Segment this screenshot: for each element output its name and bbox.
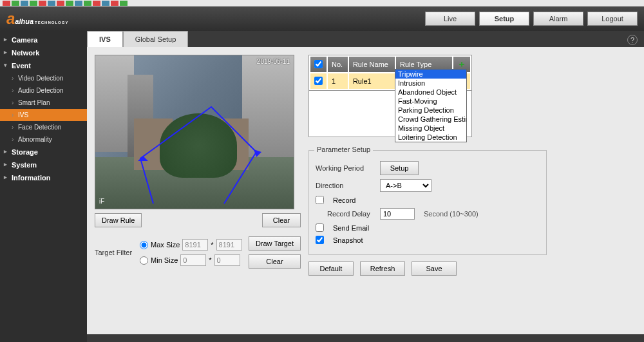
video-label: iF bbox=[99, 198, 104, 205]
send-email-checkbox[interactable] bbox=[316, 223, 324, 232]
brand-sub: TECHNOLOGY bbox=[35, 21, 68, 24]
brand-logo: aalhua TECHNOLOGY bbox=[6, 10, 68, 28]
max-height-input[interactable] bbox=[216, 239, 242, 251]
rule-type-option[interactable]: Crowd Gathering Estimation bbox=[395, 115, 466, 124]
rule-type-option[interactable]: Missing Object bbox=[395, 124, 466, 133]
send-email-label: Send Email bbox=[333, 224, 369, 232]
rule-type-dropdown[interactable]: Tripwire Intrusion Abandoned Object Fast… bbox=[395, 69, 467, 142]
min-width-input[interactable] bbox=[180, 254, 206, 266]
sidebar-item-face-detection[interactable]: Face Detection bbox=[0, 121, 87, 133]
snapshot-label: Snapshot bbox=[333, 236, 363, 244]
record-delay-input[interactable] bbox=[380, 208, 415, 220]
max-size-radio[interactable] bbox=[140, 241, 148, 249]
save-button[interactable]: Save bbox=[412, 261, 457, 276]
video-preview[interactable]: 2019-05-11 iF bbox=[95, 55, 294, 209]
video-timestamp: 2019-05-11 bbox=[257, 58, 290, 65]
rule-row-name[interactable]: Rule1 bbox=[349, 73, 395, 89]
min-size-label: Min Size bbox=[151, 256, 178, 264]
rule-type-option[interactable]: Intrusion bbox=[395, 79, 466, 88]
sidebar-item-camera[interactable]: Camera bbox=[0, 33, 87, 46]
sidebar-item-information[interactable]: Information bbox=[0, 171, 87, 184]
rule-type-option[interactable]: Abandoned Object bbox=[395, 88, 466, 97]
rule-row-check[interactable] bbox=[314, 77, 323, 85]
tab-global-setup[interactable]: Global Setup bbox=[123, 31, 189, 47]
refresh-button[interactable]: Refresh bbox=[360, 261, 405, 276]
param-legend: Parameter Setup bbox=[314, 146, 373, 153]
content-area: IVS Global Setup ? 2019-05-11 iF bbox=[87, 31, 644, 342]
parameter-setup-box: Parameter Setup Working Period Setup Dir… bbox=[308, 150, 547, 255]
record-delay-label: Record Delay bbox=[316, 210, 374, 218]
min-height-input[interactable] bbox=[214, 254, 240, 266]
working-period-label: Working Period bbox=[316, 164, 374, 172]
browser-tabstrip bbox=[0, 0, 644, 6]
target-filter-label: Target Filter bbox=[95, 249, 132, 256]
working-period-setup-button[interactable]: Setup bbox=[380, 161, 419, 175]
rule-hdr-no: No. bbox=[328, 57, 348, 72]
sidebar: Camera Network Event Video Detection Aud… bbox=[0, 31, 87, 342]
draw-target-button[interactable]: Draw Target bbox=[249, 236, 301, 251]
sidebar-item-storage[interactable]: Storage bbox=[0, 146, 87, 158]
sidebar-item-system[interactable]: System bbox=[0, 158, 87, 171]
direction-label: Direction bbox=[316, 182, 374, 189]
help-icon[interactable]: ? bbox=[627, 35, 638, 45]
rule-type-option[interactable]: Fast-Moving bbox=[395, 97, 466, 106]
record-label: Record bbox=[333, 196, 355, 204]
rule-type-option[interactable]: Tripwire bbox=[395, 70, 466, 79]
rule-check-all[interactable] bbox=[314, 60, 323, 68]
max-width-input[interactable] bbox=[182, 239, 208, 251]
setup-button[interactable]: Setup bbox=[479, 12, 529, 26]
default-button[interactable]: Default bbox=[308, 261, 354, 276]
rule-type-option[interactable]: Loitering Detection bbox=[395, 133, 466, 142]
sidebar-item-smart-plan[interactable]: Smart Plan bbox=[0, 97, 87, 109]
live-button[interactable]: Live bbox=[425, 12, 475, 26]
min-size-radio[interactable] bbox=[140, 256, 148, 265]
snapshot-checkbox[interactable] bbox=[316, 236, 324, 244]
clear-rule-button[interactable]: Clear bbox=[262, 213, 301, 227]
logout-button[interactable]: Logout bbox=[587, 12, 638, 26]
sidebar-item-event[interactable]: Event bbox=[0, 59, 87, 72]
app-header: aalhua TECHNOLOGY Live Setup Alarm Logou… bbox=[0, 6, 644, 31]
record-delay-hint: Second (10~300) bbox=[424, 210, 478, 218]
sidebar-item-audio-detection[interactable]: Audio Detection bbox=[0, 84, 87, 97]
clear-target-button[interactable]: Clear bbox=[249, 254, 301, 269]
record-checkbox[interactable] bbox=[316, 196, 324, 204]
direction-select[interactable]: A->B bbox=[380, 179, 431, 192]
sidebar-item-abnormality[interactable]: Abnormality bbox=[0, 133, 87, 146]
alarm-button[interactable]: Alarm bbox=[533, 12, 583, 26]
add-rule-icon[interactable]: ＋ bbox=[457, 59, 466, 69]
tab-ivs[interactable]: IVS bbox=[87, 31, 123, 47]
max-size-label: Max Size bbox=[151, 241, 180, 249]
rule-type-option[interactable]: Parking Detection bbox=[395, 106, 466, 115]
sidebar-item-ivs[interactable]: IVS bbox=[0, 109, 87, 121]
rule-row-no: 1 bbox=[328, 73, 348, 89]
sidebar-item-video-detection[interactable]: Video Detection bbox=[0, 72, 87, 84]
draw-rule-button[interactable]: Draw Rule bbox=[95, 213, 142, 227]
sidebar-item-network[interactable]: Network bbox=[0, 46, 87, 59]
brand-name: alhua bbox=[15, 17, 33, 25]
rule-hdr-name: Rule Name bbox=[349, 57, 395, 72]
